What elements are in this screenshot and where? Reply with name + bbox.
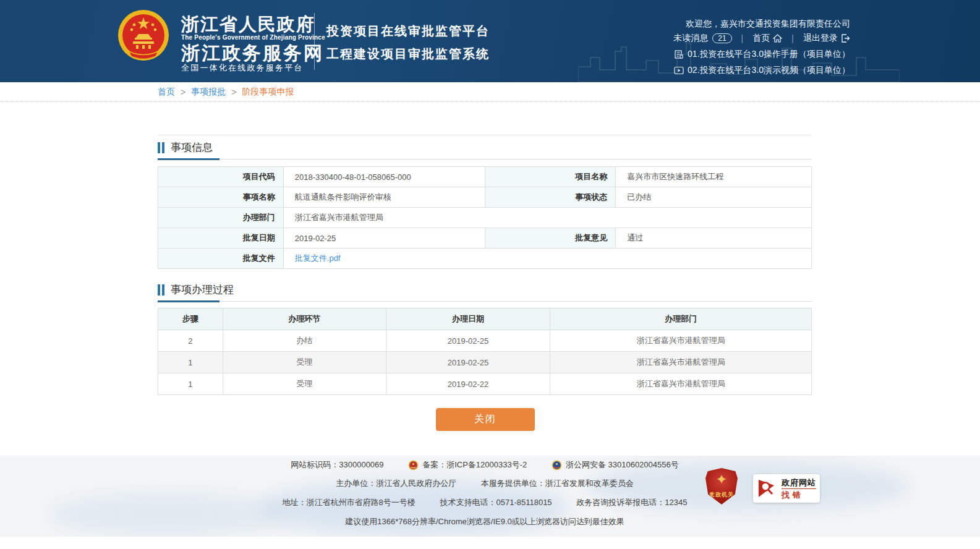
home-link[interactable]: 首页 bbox=[752, 33, 782, 44]
user-links: 未读消息 21 ｜ 首页 ｜ 退出登录 bbox=[673, 33, 850, 44]
logout-icon bbox=[841, 34, 850, 43]
find-error-sub: 找错 bbox=[782, 491, 816, 499]
footer-line-registration: 网站标识码：3300000069 备案：浙ICP备12000333号-2 浙公 bbox=[158, 459, 812, 470]
welcome-text: 欢迎您，嘉兴市交通投资集团有限责任公司 bbox=[686, 19, 850, 30]
organizer: 主办单位：浙江省人民政府办公厅 bbox=[336, 478, 456, 489]
national-emblem-logo bbox=[117, 9, 169, 61]
info-table: 项目代码 2018-330400-48-01-058065-000 项目名称 嘉… bbox=[158, 166, 812, 269]
table-row: 批复日期 2019-02-25 批复意见 通过 bbox=[158, 228, 812, 249]
icp-record-link[interactable]: 备案：浙ICP备12000333号-2 bbox=[408, 459, 527, 470]
col-date: 办理日期 bbox=[386, 309, 550, 330]
dept-label: 办理部门 bbox=[158, 208, 284, 228]
video-link[interactable]: 02.投资在线平台3.0演示视频（项目单位） bbox=[674, 65, 850, 76]
approve-file-cell: 批复文件.pdf bbox=[283, 249, 811, 269]
table-row: 批复文件 批复文件.pdf bbox=[158, 249, 812, 269]
separator: ｜ bbox=[738, 33, 747, 44]
cell-step: 2 bbox=[158, 330, 223, 352]
cell-date: 2019-02-25 bbox=[386, 330, 550, 352]
table-row: 项目代码 2018-330400-48-01-058065-000 项目名称 嘉… bbox=[158, 167, 812, 187]
item-name-value: 航道通航条件影响评价审核 bbox=[283, 187, 485, 208]
find-error-title: 政府网站 bbox=[782, 479, 816, 489]
police-emblem-icon bbox=[552, 460, 562, 470]
table-row: 1 受理 2019-02-22 浙江省嘉兴市港航管理局 bbox=[158, 373, 812, 395]
browser-suggestion: 建议使用1366*768分辨率/Chrome浏览器/IE9.0或以上浏览器访问达… bbox=[345, 517, 624, 526]
section-title-text: 事项信息 bbox=[171, 140, 213, 155]
cell-step: 1 bbox=[158, 373, 223, 395]
approval-file-link[interactable]: 批复文件.pdf bbox=[295, 253, 341, 263]
cell-stage: 受理 bbox=[223, 373, 386, 395]
info-section-underline bbox=[158, 159, 812, 160]
platform-title-line1: 投资项目在线审批监管平台 bbox=[326, 23, 490, 40]
project-name-value: 嘉兴市市区快速路环线工程 bbox=[616, 167, 812, 187]
party-badge-emblem-icon: ✦ bbox=[716, 472, 727, 487]
table-header-row: 步骤 办理环节 办理日期 办理部门 bbox=[158, 309, 812, 330]
gov-subtitle: The People's Government of Zhejiang Prov… bbox=[181, 34, 325, 41]
close-button[interactable]: 关闭 bbox=[436, 408, 535, 431]
unread-messages-link[interactable]: 未读消息 21 bbox=[673, 33, 731, 44]
home-label: 首页 bbox=[752, 33, 770, 44]
video-play-icon bbox=[674, 66, 684, 75]
breadcrumb-home[interactable]: 首页 bbox=[158, 87, 175, 98]
separator: ｜ bbox=[788, 33, 797, 44]
document-icon bbox=[674, 49, 684, 59]
footer: 网站标识码：3300000069 备案：浙ICP备12000333号-2 浙公 bbox=[0, 456, 980, 537]
manual-link[interactable]: 01.投资在线平台3.0操作手册（项目单位） bbox=[674, 49, 850, 60]
info-section-title: 事项信息 bbox=[158, 140, 213, 155]
service-provider: 本服务提供单位：浙江省发展和改革委员会 bbox=[481, 478, 634, 489]
approve-file-label: 批复文件 bbox=[158, 249, 284, 269]
approve-opinion-value: 通过 bbox=[616, 228, 812, 249]
table-row: 办理部门 浙江省嘉兴市港航管理局 bbox=[158, 208, 812, 228]
address: 地址：浙江省杭州市省府路8号一号楼 bbox=[283, 497, 415, 508]
cell-dept: 浙江省嘉兴市港航管理局 bbox=[550, 352, 812, 373]
tech-phone: 技术支持电话：0571-85118015 bbox=[440, 497, 552, 508]
header: 浙江省人民政府 The People's Government of Zheji… bbox=[0, 0, 980, 82]
process-table: 步骤 办理环节 办理日期 办理部门 2 办结 2019-02-25 浙江省嘉兴市… bbox=[158, 308, 812, 395]
portal-subtitle: 全国一体化在线政务服务平台 bbox=[181, 62, 304, 74]
police-record-link[interactable]: 浙公网安备 33010602004556号 bbox=[552, 459, 679, 470]
breadcrumb-item-report[interactable]: 事项报批 bbox=[191, 87, 226, 98]
footer-line-contact: 地址：浙江省杭州市省府路8号一号楼 技术支持电话：0571-85118015 政… bbox=[158, 497, 812, 508]
platform-title-line2: 工程建设项目审批监管系统 bbox=[326, 46, 490, 62]
cell-dept: 浙江省嘉兴市港航管理局 bbox=[550, 330, 812, 352]
cell-dept: 浙江省嘉兴市港航管理局 bbox=[550, 373, 812, 395]
table-row: 事项名称 航道通航条件影响评价审核 事项状态 已办结 bbox=[158, 187, 812, 208]
breadcrumb-current: 阶段事项申报 bbox=[242, 87, 294, 98]
process-section-title: 事项办理过程 bbox=[158, 283, 234, 297]
header-divider bbox=[314, 13, 315, 70]
breadcrumb-separator: > bbox=[181, 87, 185, 97]
project-code-value: 2018-330400-48-01-058065-000 bbox=[283, 167, 485, 187]
section-title-text: 事项办理过程 bbox=[171, 283, 234, 297]
col-stage: 办理环节 bbox=[223, 309, 386, 330]
approve-opinion-label: 批复意见 bbox=[485, 228, 616, 249]
cell-date: 2019-02-25 bbox=[386, 352, 550, 373]
section-marker-icon bbox=[158, 284, 164, 296]
icp-text: 备案：浙ICP备12000333号-2 bbox=[422, 459, 527, 470]
table-row: 1 受理 2019-02-25 浙江省嘉兴市港航管理局 bbox=[158, 352, 812, 373]
col-step: 步骤 bbox=[158, 309, 223, 330]
hotline: 政务咨询投诉举报电话：12345 bbox=[576, 497, 687, 508]
breadcrumb-bar: 首页 > 事项报批 > 阶段事项申报 bbox=[0, 82, 980, 102]
cell-stage: 办结 bbox=[223, 330, 386, 352]
project-code-label: 项目代码 bbox=[158, 167, 284, 187]
section-top-divider bbox=[158, 135, 812, 135]
video-label: 02.投资在线平台3.0演示视频（项目单位） bbox=[688, 65, 850, 76]
magnifier-flag-icon bbox=[757, 478, 778, 499]
table-row: 2 办结 2019-02-25 浙江省嘉兴市港航管理局 bbox=[158, 330, 812, 352]
logout-link[interactable]: 退出登录 bbox=[803, 33, 850, 44]
find-error-text: 政府网站 找错 bbox=[782, 479, 816, 499]
gov-site-find-error-badge[interactable]: 政府网站 找错 bbox=[753, 474, 820, 503]
cell-stage: 受理 bbox=[223, 352, 386, 373]
record-emblem-icon bbox=[408, 460, 419, 470]
dept-value: 浙江省嘉兴市港航管理局 bbox=[283, 208, 811, 228]
item-name-label: 事项名称 bbox=[158, 187, 284, 208]
item-status-value: 已办结 bbox=[616, 187, 812, 208]
logout-label: 退出登录 bbox=[803, 33, 838, 44]
unread-label: 未读消息 bbox=[673, 33, 708, 44]
approve-date-value: 2019-02-25 bbox=[283, 228, 485, 249]
project-name-label: 项目名称 bbox=[485, 167, 616, 187]
process-section-underline bbox=[158, 301, 812, 302]
manual-label: 01.投资在线平台3.0操作手册（项目单位） bbox=[688, 49, 850, 60]
item-status-label: 事项状态 bbox=[485, 187, 616, 208]
home-icon bbox=[773, 34, 782, 43]
section-marker-icon bbox=[158, 142, 164, 153]
